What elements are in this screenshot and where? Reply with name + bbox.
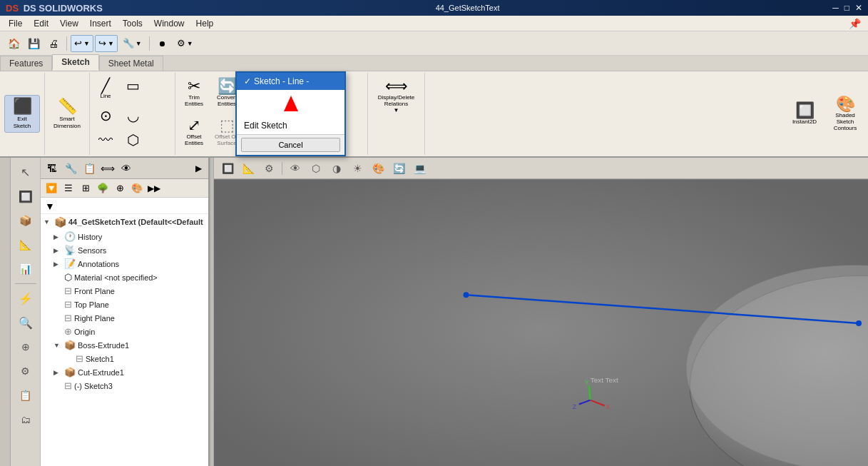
display-delete-relations-button[interactable]: ⟺ Display/Delete Relations ▼ <box>371 76 422 116</box>
display-manager-icon[interactable]: 👁 <box>118 160 135 177</box>
print-btn[interactable]: 🖨 <box>44 35 63 52</box>
offset-entities-icon: ⤢ <box>188 118 200 133</box>
sidebar-icon-7[interactable]: 🗂 <box>13 408 39 431</box>
view-settings-btn[interactable]: ⚙ <box>260 160 278 177</box>
options-dropdown[interactable]: 🔧▼ <box>119 35 145 52</box>
menu-view[interactable]: View <box>54 17 84 30</box>
cut-extrude1-icon: 📦 <box>64 367 76 378</box>
feature-tree-tab-icon[interactable]: 🏗 <box>44 160 61 177</box>
sketch-line-dropdown: ✓ Sketch - Line - Edit Sketch Cancel <box>235 71 346 156</box>
toolbar-pin[interactable]: 📌 <box>844 16 865 31</box>
sketch-line-item[interactable]: ✓ Sketch - Line - <box>237 73 344 90</box>
display-delete-relations-dropdown-icon[interactable]: ▼ <box>394 107 399 113</box>
section-view-btn[interactable]: ◑ <box>327 160 346 177</box>
display-icon[interactable]: 🎨 <box>129 181 145 196</box>
save-dropdown[interactable]: 💾 <box>24 35 43 52</box>
hide-show-btn[interactable]: 👁 <box>286 160 305 177</box>
trim-entities-button[interactable]: ✂ Trim Entities <box>178 76 210 110</box>
feature-tree-item-sensors[interactable]: ▶ 📡 Sensors <box>41 243 208 257</box>
filter-icon[interactable]: 🔽 <box>44 181 59 196</box>
feature-tree-item-right-plane[interactable]: ⊟ Right Plane <box>41 311 208 325</box>
tree-expand-icon[interactable]: ▶▶ <box>146 181 162 196</box>
cancel-button[interactable]: Cancel <box>241 138 340 152</box>
record-btn[interactable]: ⏺ <box>153 35 172 52</box>
menu-insert[interactable]: Insert <box>84 17 117 30</box>
tree-icon[interactable]: 🌳 <box>95 181 111 196</box>
rectangle-tool-button[interactable]: ▭ <box>120 76 145 96</box>
maximize-btn[interactable]: □ <box>844 3 849 13</box>
menu-edit[interactable]: Edit <box>28 17 54 30</box>
feature-tree-item-sketch1[interactable]: ⊟ Sketch1 <box>41 352 208 365</box>
view-cube-btn[interactable]: 🔲 <box>218 160 237 177</box>
sidebar-icon-sketch[interactable]: 📐 <box>13 233 39 256</box>
redo-dropdown[interactable]: ↪▼ <box>95 35 118 52</box>
offset-entities-button[interactable]: ⤢ Offset Entities <box>178 115 210 149</box>
minimize-btn[interactable]: ─ <box>832 3 839 13</box>
ribbon-tabs: Features Sketch Sheet Metal <box>0 56 868 71</box>
sidebar-icon-4[interactable]: ⊕ <box>13 335 39 358</box>
feature-tree-item-history[interactable]: ▶ 🕐 History <box>41 230 208 243</box>
sidebar-icon-feature[interactable]: 📦 <box>13 209 39 232</box>
feature-tree-item-material[interactable]: ⬡ Material <not specified> <box>41 270 208 284</box>
menu-window[interactable]: Window <box>148 17 190 30</box>
tab-features[interactable]: Features <box>0 56 52 71</box>
feature-tree-item-boss-extrude1[interactable]: ▼ 📦 Boss-Extrude1 <box>41 338 208 352</box>
menu-file[interactable]: File <box>3 17 28 30</box>
target-icon[interactable]: ⊕ <box>112 181 128 196</box>
instant2d-button[interactable]: 🔲 Instant2D <box>787 99 822 128</box>
new-btn[interactable]: 🏠 <box>4 35 23 52</box>
shaded-sketch-contours-button[interactable]: 🎨 Shaded Sketch Contours <box>825 93 865 135</box>
sidebar-icon-5[interactable]: ⚙ <box>13 360 39 383</box>
annotations-icon: 📝 <box>64 258 76 269</box>
list-view-icon[interactable]: ☰ <box>61 181 76 196</box>
undo-dropdown[interactable]: ↩▼ <box>71 35 93 52</box>
edit-sketch-item[interactable]: Edit Sketch <box>237 117 344 134</box>
svg-text:Text Text: Text Text <box>591 376 618 384</box>
expand-icon[interactable]: ▶ <box>191 161 205 176</box>
appearance-btn[interactable]: ⬡ <box>307 160 325 177</box>
line-tool-button[interactable]: ╱ Line <box>93 76 118 102</box>
3d-view-btn[interactable]: 💻 <box>410 160 429 177</box>
root-expand-icon: ▼ <box>44 218 52 226</box>
polygon-tool-button[interactable]: ⬡ <box>120 130 145 150</box>
sidebar-icon-cursor[interactable]: ↖ <box>13 161 39 183</box>
tab-sheet-metal[interactable]: Sheet Metal <box>99 56 163 71</box>
spline-tool-button[interactable]: 〰 <box>93 130 118 150</box>
view-orientations-btn[interactable]: 📐 <box>239 160 257 177</box>
gear-btn[interactable]: ⚙▼ <box>173 35 197 52</box>
display-style-btn[interactable]: 🎨 <box>369 160 387 177</box>
lighting-btn[interactable]: ☀ <box>348 160 367 177</box>
config-manager-icon[interactable]: 📋 <box>81 160 98 177</box>
sidebar-icon-2[interactable]: ⚡ <box>13 287 39 310</box>
annotations-expand-icon: ▶ <box>53 260 62 268</box>
rectangle-tool-icon: ▭ <box>126 78 140 93</box>
feature-tree-root[interactable]: ▼ 📦 44_GetSketchText (Default<<Default <box>41 214 208 230</box>
table-view-icon[interactable]: ⊞ <box>78 181 93 196</box>
left-sidebar: ↖ 🔲 📦 📐 📊 ⚡ 🔍 ⊕ ⚙ 📋 🗂 <box>11 158 41 466</box>
feature-tree-item-front-plane[interactable]: ⊟ Front Plane <box>41 284 208 298</box>
history-expand-icon: ▶ <box>53 233 62 240</box>
sidebar-icon-6[interactable]: 📋 <box>13 384 39 407</box>
feature-tree-item-top-plane[interactable]: ⊟ Top Plane <box>41 298 208 311</box>
menu-tools[interactable]: Tools <box>117 17 148 30</box>
display-delete-relations-label: Display/Delete Relations <box>373 94 419 107</box>
close-btn[interactable]: ✕ <box>855 3 862 13</box>
feature-tree-item-origin[interactable]: ⊕ Origin <box>41 325 208 338</box>
menu-help[interactable]: Help <box>190 17 220 30</box>
feature-tree-item-cut-extrude1[interactable]: ▶ 📦 Cut-Extrude1 <box>41 365 208 379</box>
right-plane-label: Right Plane <box>74 314 115 323</box>
sidebar-icon-3[interactable]: 🔍 <box>13 311 39 334</box>
smart-dimension-button[interactable]: 📏 Smart Dimension <box>49 95 85 133</box>
sidebar-icon-view[interactable]: 🔲 <box>13 185 39 208</box>
rotate-model-btn[interactable]: 🔄 <box>389 160 408 177</box>
sidebar-icon-evaluate[interactable]: 📊 <box>13 258 39 280</box>
dim-xpert-icon[interactable]: ⟺ <box>99 160 116 177</box>
property-manager-icon[interactable]: 🔧 <box>62 160 79 177</box>
feature-tree-item-annotations[interactable]: ▶ 📝 Annotations <box>41 257 208 270</box>
arc-tool-button[interactable]: ◡ <box>120 106 145 126</box>
feature-tree-item-sketch3[interactable]: ⊟ (-) Sketch3 <box>41 379 208 392</box>
exit-sketch-button[interactable]: ⬛ Exit Sketch <box>4 95 40 133</box>
circle-tool-button[interactable]: ⊙ <box>93 106 118 126</box>
filter-funnel-icon[interactable]: ▼ <box>45 201 55 212</box>
tab-sketch[interactable]: Sketch <box>52 54 98 71</box>
